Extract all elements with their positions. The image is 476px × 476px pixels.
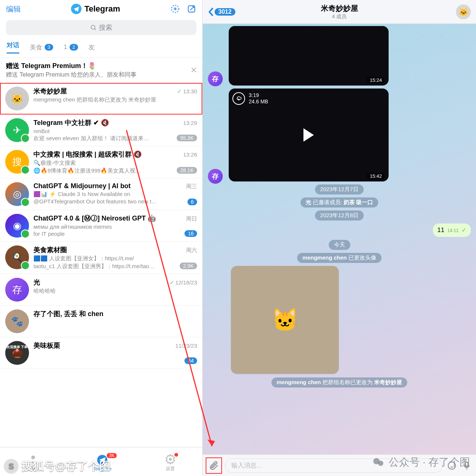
- system-message: 光 已邀请成员: 奶茶 吸一口: [300, 197, 379, 208]
- system-message: mengmeng chen 已更改头像: [297, 253, 381, 263]
- chat-time: 13:26: [183, 151, 197, 158]
- chat-name: 中文搜索 | 电报搜索 | 超级索引群 🔇: [33, 150, 142, 159]
- chat-preview: 🟦🟦 人设套图【亚洲女】：https://t.me/: [33, 255, 197, 262]
- unread-badge: 95.3K: [177, 135, 197, 141]
- chat-title-block[interactable]: 米奇妙妙屋 4 成员: [321, 3, 358, 20]
- edit-button[interactable]: 编辑: [6, 4, 21, 14]
- chat-list-pane: 编辑 Telegram 搜索 对话: [0, 0, 203, 476]
- back-button[interactable]: 3012: [208, 7, 235, 17]
- chat-row[interactable]: ✈Telegram 中文社群 ✔︎ 🔇13:29nmBot欢迎 seven el…: [0, 115, 202, 146]
- read-check-icon: ✓: [461, 226, 466, 234]
- chat-row[interactable]: 🍳美食素材圈周六🟦🟦 人设套图【亚洲女】：https://t.me/taotu_…: [0, 242, 202, 274]
- chat-preview: nmBot: [33, 128, 197, 134]
- premium-promo[interactable]: 赠送 Telegram Premium！🌷 赠送 Telegram Premiu…: [0, 58, 202, 83]
- date-separator: 2023年12月7日: [315, 184, 364, 194]
- chat-time: 周日: [186, 215, 197, 222]
- messages-area[interactable]: 存 15:24 存 3:1924.6 MB 15:42 2023年12月7日 光…: [203, 24, 476, 454]
- chat-row[interactable]: 🐾存了个图, 丢丢 和 chen: [0, 306, 202, 337]
- chat-preview: for IT people: [33, 231, 197, 237]
- unread-badge: 16: [184, 230, 197, 237]
- promo-subtitle: 赠送 Telegram Premium 给您的亲人、朋友和同事: [6, 71, 196, 79]
- watermark-right: 公众号 · 存了个图: [372, 455, 470, 469]
- photo-message[interactable]: 15:24: [229, 26, 389, 86]
- chat-preview: 哈哈哈哈: [33, 287, 197, 295]
- tab-1[interactable]: 12: [64, 41, 78, 54]
- chat-preview: taotu_c1 人设套图【亚洲男】：https://t.me/tao…: [33, 263, 197, 270]
- chat-preview: мемы для айтишников memes: [33, 223, 197, 230]
- search-input[interactable]: 搜索: [6, 20, 196, 35]
- chat-preview: @GPT4Telegrambot Our bot features two ne…: [33, 198, 197, 205]
- promo-title: 赠送 Telegram Premium！🌷: [6, 61, 196, 70]
- chat-avatar: 🐾: [5, 309, 29, 333]
- chat-avatar: 🍳: [5, 245, 29, 269]
- chat-time: 13:29: [183, 120, 197, 126]
- unread-count: 3K: [107, 453, 117, 458]
- chat-row[interactable]: 🐱米奇妙妙屋✓13:30mengmeng chen 把群组名称已更改为 米奇妙妙…: [0, 83, 202, 115]
- sent-check-icon: ✓: [170, 279, 174, 286]
- chat-avatar[interactable]: 🐱: [456, 4, 471, 19]
- unread-badge: 28.1K: [177, 167, 197, 174]
- chat-time: 11/23/23: [176, 342, 197, 349]
- date-separator: 今天: [329, 240, 350, 250]
- chat-row[interactable]: 搜中文搜索 | 电报搜索 | 超级索引群 🔇13:26🔍极搜-中文搜索🌐🔥9博体…: [0, 146, 202, 178]
- download-icon[interactable]: [232, 92, 245, 105]
- chat-row[interactable]: 🌰欢迎接单 下单 中美味板栗11/23/2364: [0, 337, 202, 369]
- settings-notification-dot: [174, 453, 178, 457]
- chat-avatar: 存: [5, 278, 29, 302]
- chevron-left-icon: [208, 7, 214, 17]
- settings-icon: [165, 454, 176, 465]
- message-time: 15:24: [367, 77, 385, 83]
- message-time: 14:11: [447, 228, 459, 233]
- message-text: 11: [437, 226, 444, 234]
- avatar-change-image[interactable]: 🐱: [231, 266, 339, 374]
- left-header: 编辑 Telegram: [0, 0, 202, 18]
- compose-icon[interactable]: [187, 4, 196, 14]
- chat-avatar: 搜: [5, 150, 29, 174]
- unread-badge: 64: [184, 357, 197, 364]
- video-message[interactable]: 3:1924.6 MB 15:42: [229, 89, 389, 181]
- svg-point-5: [169, 458, 172, 461]
- unread-badge: 2.9K: [180, 263, 197, 269]
- search-icon: [90, 24, 97, 31]
- system-message: mengmeng chen 把群组名称已更改为 米奇妙妙屋: [271, 377, 408, 387]
- chat-pane: 3012 米奇妙妙屋 4 成员 🐱 存 15:24 存 3:1924.6 MB: [203, 0, 476, 476]
- app-title: Telegram: [71, 4, 120, 14]
- close-icon[interactable]: ✕: [190, 65, 197, 75]
- chat-preview: mengmeng chen 把群组名称已更改为 米奇妙妙屋: [33, 96, 197, 103]
- outgoing-message[interactable]: 11 14:11 ✓: [433, 223, 471, 237]
- date-separator: 2023年12月8日: [315, 210, 364, 221]
- sender-avatar[interactable]: 存: [208, 169, 223, 184]
- chat-row[interactable]: 存光✓12/18/23哈哈哈哈: [0, 274, 202, 306]
- chat-name: 存了个图, 丢丢 和 chen: [33, 309, 103, 318]
- chat-row[interactable]: ◎ChatGPT & Midjourney | Al bot周三🟪📊 ⚡ Cla…: [0, 178, 202, 210]
- attach-icon[interactable]: [207, 459, 221, 472]
- tab-food[interactable]: 美食3: [30, 41, 53, 54]
- play-icon[interactable]: [303, 128, 314, 142]
- new-group-icon[interactable]: [170, 4, 180, 14]
- folder-tabs: 对话 美食3 12 友: [0, 39, 202, 58]
- tab-dialogs[interactable]: 对话: [7, 41, 19, 54]
- chat-preview: 🔍极搜-中文搜索: [33, 160, 197, 167]
- member-count: 4 成员: [321, 13, 358, 20]
- app-name: Telegram: [84, 4, 120, 14]
- chat-time: ✓12/18/23: [170, 279, 197, 286]
- sender-avatar[interactable]: 存: [208, 71, 223, 86]
- chat-preview: 欢迎 seven eleven 加入群组！ 请订阅频道来…: [33, 135, 197, 142]
- tab-settings[interactable]: 设置: [165, 454, 176, 472]
- chat-row[interactable]: ◉ChatGPT 4.0 & [ⓂⒿ] Neiroseti GPT 🤖周日 ме…: [0, 210, 202, 242]
- chat-name: 米奇妙妙屋: [33, 87, 67, 96]
- tab-friends[interactable]: 友: [89, 41, 95, 54]
- svg-point-11: [378, 461, 383, 466]
- chat-avatar: ✈: [5, 118, 29, 142]
- chat-name: 美食素材圈: [33, 245, 67, 254]
- download-info: 3:1924.6 MB: [232, 92, 268, 105]
- sent-check-icon: ✓: [177, 88, 182, 94]
- chat-name: ChatGPT & Midjourney | Al bot: [33, 182, 131, 190]
- chat-avatar: 🐱: [5, 87, 29, 110]
- chat-time: 周六: [186, 247, 197, 254]
- chat-time: 周三: [186, 183, 197, 190]
- chat-preview: 🌐🔥9博体育🔥注册送999🔥美女真人视…: [33, 167, 197, 174]
- chat-preview: 🟪📊 ⚡ Claude 3 Is Now Available on: [33, 191, 197, 197]
- chat-list: 🐱米奇妙妙屋✓13:30mengmeng chen 把群组名称已更改为 米奇妙妙…: [0, 83, 202, 447]
- search-placeholder: 搜索: [99, 23, 112, 32]
